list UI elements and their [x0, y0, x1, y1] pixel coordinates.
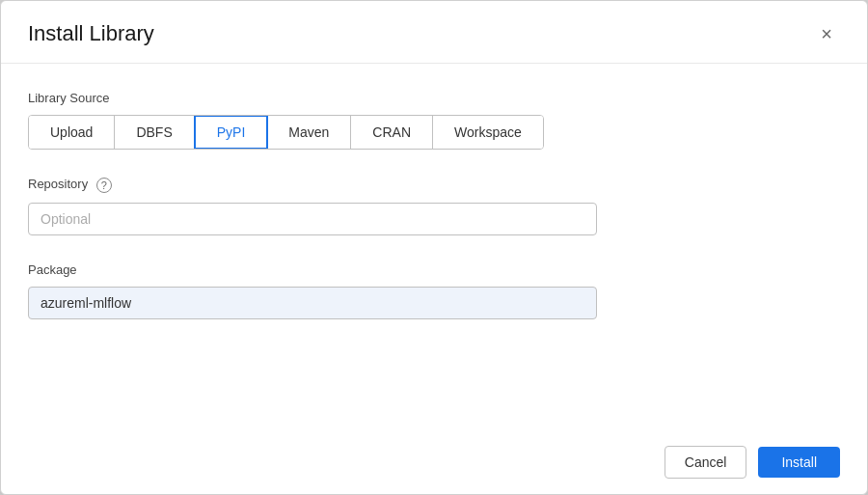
package-input[interactable]	[28, 287, 597, 319]
package-label: Package	[28, 262, 840, 277]
repository-input[interactable]	[28, 203, 597, 235]
dialog-footer: Cancel Install	[637, 430, 867, 494]
library-source-tabs: Upload DBFS PyPI Maven CRAN Workspace	[28, 115, 544, 150]
repository-label: Repository ?	[28, 177, 840, 193]
tab-upload[interactable]: Upload	[29, 116, 115, 149]
package-group: Package	[28, 262, 840, 319]
install-library-dialog: Install Library × Library Source Upload …	[0, 0, 868, 495]
tab-cran[interactable]: CRAN	[351, 116, 433, 149]
close-button[interactable]: ×	[813, 20, 840, 47]
tab-dbfs[interactable]: DBFS	[115, 116, 194, 149]
library-source-label: Library Source	[28, 91, 840, 105]
tab-workspace[interactable]: Workspace	[433, 116, 543, 149]
dialog-body: Library Source Upload DBFS PyPI Maven CR…	[1, 64, 867, 366]
tab-pypi[interactable]: PyPI	[194, 115, 269, 150]
library-source-group: Library Source Upload DBFS PyPI Maven CR…	[28, 91, 840, 150]
cancel-button[interactable]: Cancel	[665, 446, 747, 479]
repository-help-icon[interactable]: ?	[96, 178, 112, 193]
repository-group: Repository ?	[28, 177, 840, 235]
tab-maven[interactable]: Maven	[267, 116, 351, 149]
dialog-overlay: Install Library × Library Source Upload …	[0, 0, 868, 495]
dialog-title: Install Library	[28, 21, 154, 46]
install-button[interactable]: Install	[758, 447, 840, 478]
dialog-header: Install Library ×	[1, 1, 867, 64]
